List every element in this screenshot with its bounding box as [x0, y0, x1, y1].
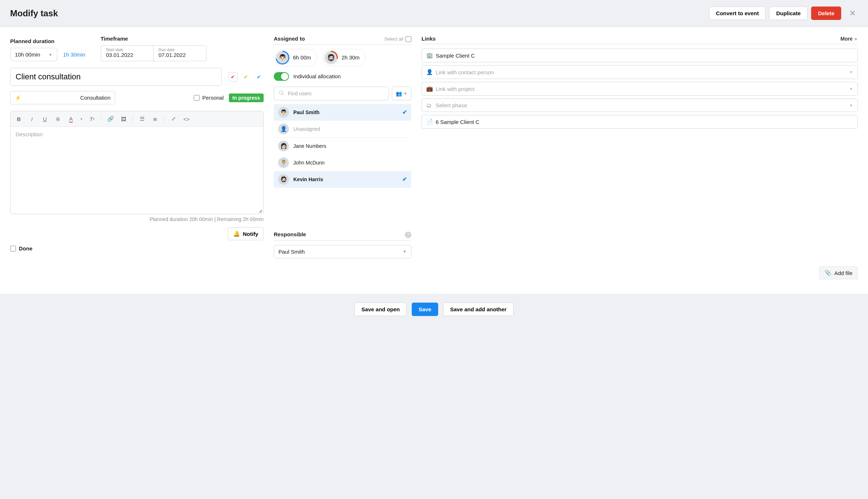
- priority-low[interactable]: ✔: [254, 72, 264, 82]
- linked-client[interactable]: 🏢 Sample Client C: [422, 49, 858, 62]
- planned-duration-value: 10h 00min: [15, 51, 40, 58]
- user-name: Unassigned: [293, 126, 320, 132]
- header: Modify task Convert to event Duplicate D…: [0, 0, 868, 27]
- expand-button[interactable]: ⤢: [168, 113, 179, 124]
- close-icon[interactable]: ✕: [847, 9, 858, 18]
- select-all-label: Select all: [384, 36, 403, 42]
- user-item-unassigned[interactable]: 👤 Unassigned: [274, 121, 411, 138]
- avatar: 👤: [278, 124, 289, 134]
- avatar: 🧔🏻: [325, 52, 337, 63]
- person-icon: 👤: [426, 69, 432, 75]
- priority-high[interactable]: ✔: [228, 72, 238, 82]
- done-checkbox[interactable]: Done: [10, 245, 264, 251]
- done-checkbox-input[interactable]: [10, 246, 16, 251]
- strike-button[interactable]: S: [53, 113, 63, 124]
- resize-handle-icon[interactable]: ◢: [259, 208, 262, 213]
- task-title-input[interactable]: [10, 68, 222, 86]
- tag-input[interactable]: ⚡ Consultation: [10, 91, 115, 104]
- due-date-value: 07.01.2022: [159, 52, 201, 58]
- notify-button[interactable]: 🔔 Notify: [228, 227, 264, 240]
- link-contact-placeholder: Link with contact person: [436, 69, 494, 75]
- textcolor-chevron[interactable]: ▾: [79, 113, 84, 124]
- people-icon: 👥: [396, 91, 402, 96]
- personal-checkbox-input[interactable]: [194, 95, 200, 101]
- allocation-chip[interactable]: 🧔🏻 2h 30m: [322, 49, 366, 66]
- image-button[interactable]: 🖼: [118, 113, 129, 124]
- due-date-label: Due date: [159, 47, 201, 52]
- editor-toolbar: B I U S A ▾ Tx 🔗 🖼 ☰ ≣ ⤢ <>: [11, 111, 263, 127]
- individual-allocation-toggle[interactable]: [274, 72, 289, 81]
- add-file-button[interactable]: 📎 Add file: [819, 266, 858, 279]
- duplicate-button[interactable]: Duplicate: [769, 7, 808, 20]
- link-project-select[interactable]: 💼 Link with project ▼: [422, 82, 858, 96]
- code-button[interactable]: <>: [181, 113, 192, 124]
- toolbar-separator: [133, 115, 133, 123]
- chevron-down-icon: ▼: [403, 91, 407, 96]
- ul-button[interactable]: ☰: [137, 113, 147, 124]
- planned-duration-label: Planned duration: [10, 38, 85, 44]
- check-icon: ✔: [402, 109, 407, 116]
- links-more[interactable]: More ▼: [840, 36, 858, 42]
- description-textarea[interactable]: Description ◢: [11, 127, 263, 214]
- check-icon: ✔: [402, 176, 407, 183]
- save-button[interactable]: Save: [412, 303, 438, 316]
- priority-group: ✔ ✔ ✔: [228, 72, 264, 82]
- planned-duration-select[interactable]: 10h 00min ▼: [10, 48, 57, 61]
- start-date-value: 03.01.2022: [106, 52, 148, 58]
- toolbar-separator: [101, 115, 101, 123]
- bold-button[interactable]: B: [13, 113, 24, 124]
- clearformat-button[interactable]: Tx: [87, 113, 97, 124]
- user-group-button[interactable]: 👥 ▼: [392, 87, 411, 100]
- status-badge[interactable]: In progress: [229, 93, 264, 102]
- document-icon: 📄: [426, 118, 432, 125]
- link-button[interactable]: 🔗: [105, 113, 116, 124]
- linked-quote-name: 6 Sample Client C: [436, 119, 479, 125]
- priority-medium[interactable]: ✔: [241, 72, 251, 82]
- underline-button[interactable]: U: [39, 113, 50, 124]
- linked-client-name: Sample Client C: [436, 53, 475, 59]
- chevron-down-icon: ▼: [49, 53, 53, 57]
- allocation-time: 2h 30m: [341, 54, 360, 61]
- page-title: Modify task: [10, 8, 58, 18]
- linked-quote[interactable]: 📄 6 Sample Client C: [422, 115, 858, 129]
- responsible-select[interactable]: Paul Smith ▼: [274, 245, 411, 258]
- user-item-john[interactable]: 👨🏼‍💼 John McDunn: [274, 154, 411, 171]
- svg-point-0: [280, 91, 283, 94]
- allocation-time: 6h 00m: [293, 54, 311, 61]
- briefcase-icon: 💼: [426, 86, 432, 92]
- link-contact-select[interactable]: 👤 Link with contact person ▼: [422, 65, 858, 79]
- user-list: 👨🏻 Paul Smith ✔ 👤 Unassigned 👩🏻 Jane Num…: [274, 104, 411, 188]
- convert-button[interactable]: Convert to event: [709, 7, 766, 20]
- allocation-chip[interactable]: 👨🏻 6h 00m: [274, 49, 317, 66]
- textcolor-button[interactable]: A: [66, 113, 76, 124]
- italic-button[interactable]: I: [26, 113, 37, 124]
- save-open-button[interactable]: Save and open: [355, 303, 407, 316]
- personal-checkbox[interactable]: Personal: [194, 95, 224, 101]
- delete-button[interactable]: Delete: [811, 7, 841, 20]
- user-item-kevin[interactable]: 🧔🏻 Kevin Harris ✔: [274, 171, 411, 188]
- find-users-input[interactable]: Find users: [274, 87, 389, 100]
- save-another-button[interactable]: Save and add another: [443, 303, 513, 316]
- add-file-label: Add file: [834, 270, 852, 276]
- chevron-down-icon: ▼: [854, 37, 858, 41]
- find-users-placeholder: Find users: [288, 91, 311, 96]
- individual-allocation-label: Individual allocation: [293, 73, 341, 79]
- due-date-field[interactable]: Due date 07.01.2022: [154, 46, 206, 61]
- select-all[interactable]: Select all: [384, 36, 411, 42]
- elapsed-time-link[interactable]: 1h 30min: [63, 51, 85, 58]
- right-column: Links More ▼ 🏢 Sample Client C 👤 Link wi…: [422, 36, 858, 279]
- user-name: John McDunn: [293, 160, 324, 166]
- ol-button[interactable]: ≣: [150, 113, 160, 124]
- chevron-down-icon: ▼: [403, 249, 407, 254]
- select-all-checkbox[interactable]: [406, 36, 411, 42]
- user-item-paul[interactable]: 👨🏻 Paul Smith ✔: [274, 104, 411, 121]
- start-date-label: Start date: [106, 47, 148, 52]
- duration-note: Planned duration 20h 00min | Remaining 2…: [10, 216, 264, 222]
- start-date-field[interactable]: Start date 03.01.2022: [101, 46, 154, 61]
- link-project-placeholder: Link with project: [436, 86, 475, 92]
- paperclip-icon: 📎: [825, 270, 831, 276]
- info-icon[interactable]: ?: [405, 232, 411, 238]
- user-item-jane[interactable]: 👩🏻 Jane Numbers: [274, 138, 411, 154]
- user-name: Jane Numbers: [293, 143, 326, 149]
- link-phase-select[interactable]: 🗂 Select phase ▼: [422, 99, 858, 112]
